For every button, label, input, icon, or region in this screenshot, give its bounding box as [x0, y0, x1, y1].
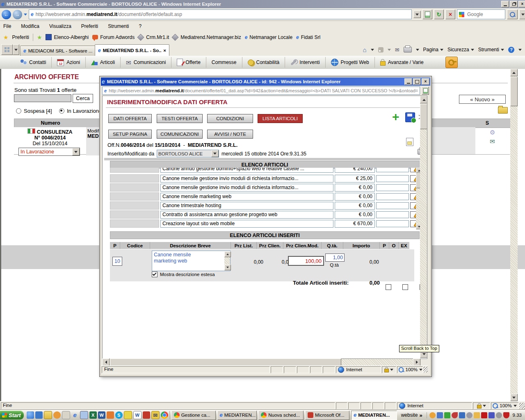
refresh-button[interactable]: ↻ [434, 9, 444, 19]
close-button[interactable]: × [518, 1, 525, 7]
clock-icon[interactable] [53, 411, 61, 419]
tab-mediacom[interactable]: e MEDIACOM SRL - Software ... [20, 46, 100, 56]
favorite-item[interactable]: eNetmanager Locale [245, 34, 292, 40]
restore-button[interactable] [510, 1, 518, 7]
notes-icon[interactable] [124, 411, 132, 419]
position-field[interactable]: 10 [112, 257, 122, 266]
start-button[interactable]: Start [0, 411, 24, 420]
menu-modifica[interactable]: Modifica [21, 23, 39, 29]
print-offer-icon[interactable] [406, 138, 413, 146]
row-gear-icon[interactable]: ⚙ [490, 129, 495, 136]
sicurezza-menu[interactable]: Sicurezza [447, 47, 474, 52]
user-icon[interactable] [35, 411, 43, 419]
tray-shield-icon[interactable] [503, 412, 509, 418]
add-favorite-icon[interactable]: ★ [37, 34, 42, 41]
home-icon[interactable]: ⌂ [363, 47, 367, 53]
save-icon[interactable] [405, 112, 415, 122]
prz-mod-input[interactable] [288, 256, 324, 266]
edit-icon[interactable] [410, 168, 416, 172]
pagina-menu[interactable]: Pagina [423, 47, 443, 52]
article-description[interactable]: Canone trimestrale hosting [160, 202, 333, 210]
favorites-star-icon[interactable]: ★ [3, 34, 9, 41]
tray-ball-icon[interactable] [496, 412, 502, 418]
description-textarea[interactable]: Canone mensile marketing web [152, 251, 231, 271]
article-qty-field[interactable] [376, 193, 409, 200]
tray-notes-icon[interactable] [474, 412, 480, 418]
popup-titlebar[interactable]: e MEDIATREND S.R.L. - Software Commercia… [101, 78, 430, 86]
menu-preferiti[interactable]: Preferiti [81, 23, 98, 29]
article-description[interactable]: Canone mensile marketing web [160, 193, 333, 201]
tab-dati-offerta[interactable]: DATI OFFERTA [108, 114, 152, 123]
forward-button[interactable]: → [13, 10, 22, 19]
edit-icon[interactable] [410, 175, 416, 182]
home-dropdown-icon[interactable] [371, 49, 374, 51]
article-qty-field[interactable] [376, 220, 409, 227]
feed-icon[interactable] [378, 47, 383, 52]
help-dropdown-icon[interactable] [518, 49, 522, 51]
tab-comunicazioni[interactable]: COMUNICAZIONI [157, 130, 203, 139]
favorite-item[interactable]: Crm.Mr1.it [138, 34, 169, 40]
article-description[interactable]: Canone mensile gestione invio moduli di … [160, 184, 333, 192]
menu-file[interactable]: File [3, 23, 11, 29]
tab-avvisi-note[interactable]: AVVISI / NOTE [207, 130, 253, 139]
row-mail-icon[interactable]: ✉ [490, 138, 495, 145]
qta-input[interactable] [325, 253, 345, 262]
radio-in-lavorazione[interactable]: In Lavorazione [59, 108, 102, 114]
edit-icon[interactable] [410, 193, 416, 200]
ie-icon[interactable]: e [71, 411, 79, 419]
page-icon[interactable] [80, 411, 88, 419]
status-select[interactable]: In Lavorazione [18, 148, 80, 156]
back-button[interactable]: ← [2, 10, 11, 19]
popup-scrollbar-thumb[interactable] [420, 104, 427, 129]
history-dropdown-icon[interactable] [24, 14, 27, 16]
search-dropdown-button[interactable] [519, 9, 525, 19]
stop-button[interactable]: × [445, 9, 455, 19]
menu-help[interactable]: ? [139, 23, 142, 29]
edit-icon[interactable] [410, 202, 416, 209]
favorite-item[interactable]: Forum Adwords [92, 34, 135, 40]
main-scrollbar[interactable] [510, 69, 518, 401]
article-description[interactable]: Canone mensile gestione invio moduli di … [160, 175, 333, 183]
word-icon[interactable]: W [98, 411, 105, 419]
taskbar-button[interactable]: e MEDIATREN... [217, 411, 257, 420]
favorite-item[interactable]: Elenco-Alberghi [46, 34, 89, 40]
help-icon[interactable]: ? [508, 47, 514, 53]
tab-close-icon[interactable]: × [163, 48, 166, 53]
article-description[interactable]: Canone annuo gestione dominio+spazio web… [160, 168, 333, 173]
website-toolbar-label[interactable]: website [401, 412, 418, 418]
favorite-item[interactable]: Mediatrend.Netmanager.biz [173, 34, 241, 40]
toolbar-avanzate[interactable]: Avanzate / Varie [375, 57, 429, 68]
key-button[interactable] [445, 57, 458, 68]
toolbar-articoli[interactable]: Articoli [86, 57, 121, 68]
tab-list-button[interactable] [13, 44, 19, 55]
skype-icon[interactable]: S [115, 411, 123, 419]
toolbar-comunicazioni[interactable]: ✉Comunicazioni [121, 57, 171, 68]
radio-sospesa[interactable]: Sospesa [4] [16, 108, 52, 114]
article-description[interactable]: Contratto di assistenza annuo gestione p… [160, 211, 333, 219]
popup-close-button[interactable]: × [422, 78, 429, 85]
article-description[interactable]: Creazione layout sito web mobile [160, 220, 333, 228]
o-checkbox[interactable] [402, 284, 408, 290]
article-qty-field[interactable] [376, 175, 409, 182]
print-dropdown-icon[interactable] [416, 49, 419, 51]
textarea-scrollbar[interactable] [224, 251, 230, 270]
p-checkbox[interactable] [386, 284, 391, 290]
search-button[interactable] [507, 9, 518, 19]
toolbar-progetti-web[interactable]: Progetti Web [326, 57, 375, 68]
contacts-icon[interactable] [107, 411, 114, 419]
popup-maximize-button[interactable] [413, 78, 421, 85]
url-dropdown-button[interactable] [413, 11, 421, 18]
toolbar-commesse[interactable]: Commesse [206, 57, 242, 68]
taskbar-button[interactable]: Gestione ca... [171, 411, 216, 420]
messenger-icon[interactable] [27, 411, 34, 419]
popup-compatibility-button[interactable] [422, 87, 429, 95]
minimize-button[interactable] [501, 1, 509, 7]
tab-lista-articoli[interactable]: LISTA ARTICOLI [258, 114, 303, 123]
mail-icon[interactable]: ✉ [151, 411, 160, 419]
article-qty-field[interactable] [376, 184, 409, 191]
popup-scrollbar[interactable] [420, 96, 427, 358]
folder-icon[interactable] [498, 107, 508, 114]
search-input[interactable] [466, 11, 497, 18]
tab-condizioni[interactable]: CONDIZIONI [207, 114, 253, 123]
archive-search-input[interactable] [14, 94, 71, 102]
